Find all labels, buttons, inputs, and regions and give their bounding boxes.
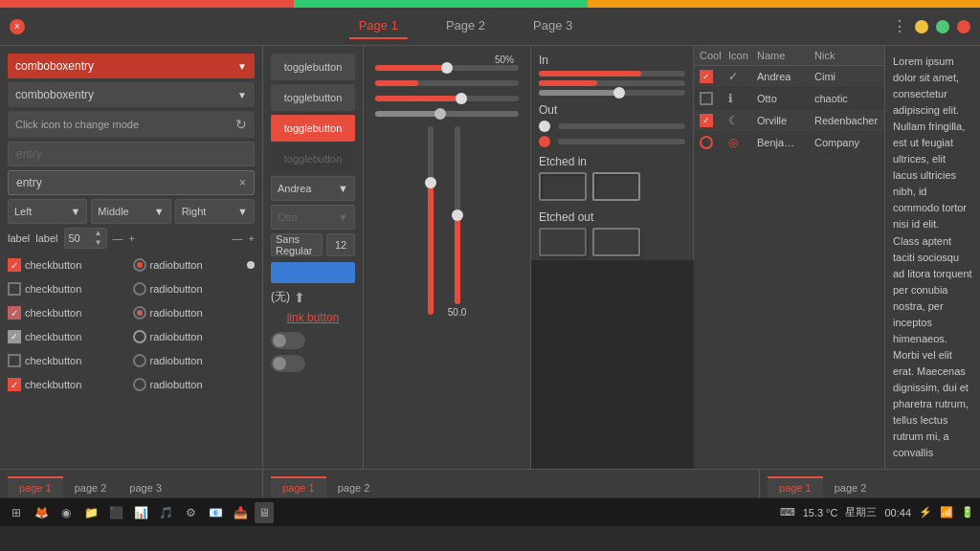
v-slider-thumb-2[interactable] <box>452 209 463 221</box>
table-area: Cool Icon Name Nick ✓ ✓ Andrea Cimi ℹ Ot… <box>694 46 885 469</box>
h-slider-4[interactable] <box>375 111 519 117</box>
table-row[interactable]: ✓ ✓ Andrea Cimi <box>694 66 884 88</box>
top-deco-bar <box>0 0 980 8</box>
radio-item-5[interactable]: radiobutton <box>133 350 256 371</box>
spin-down-icon[interactable]: ▼ <box>95 238 102 248</box>
togglebutton-4[interactable]: togglebutton <box>271 145 355 172</box>
bottom-tab-left-2[interactable]: page 2 <box>63 476 119 497</box>
taskbar-active-app[interactable]: 🖥 <box>255 502 274 523</box>
row1-name: Andrea <box>757 71 814 82</box>
bottom-tab-mid-1[interactable]: page 1 <box>271 476 326 497</box>
link-button[interactable]: link button <box>271 311 355 324</box>
v-slider-2[interactable]: 50.0 <box>448 126 466 318</box>
radio-item-4[interactable]: radiobutton <box>133 326 256 347</box>
dot-green-icon[interactable] <box>936 20 949 33</box>
close-button[interactable]: × <box>10 19 25 34</box>
h-slider-2[interactable] <box>375 80 519 86</box>
in-h-slider-2[interactable] <box>539 80 685 86</box>
check-item-6[interactable]: ✓ checkbutton <box>8 374 130 395</box>
in-slider-track-2 <box>539 80 685 86</box>
h-slider-thumb-4[interactable] <box>434 108 446 120</box>
h-slider-1[interactable]: 50% <box>375 55 519 71</box>
v-slider-thumb-1[interactable] <box>425 177 436 188</box>
combo-otto-value: Otto <box>278 211 298 223</box>
combo-andrea[interactable]: Andrea ▼ <box>271 176 355 201</box>
bottom-tab-left-3[interactable]: page 3 <box>118 476 173 497</box>
combo-otto[interactable]: Otto ▼ <box>271 205 355 230</box>
sliders-panel: 50% <box>364 46 531 469</box>
radio-item-2[interactable]: radiobutton <box>133 278 256 299</box>
in-h-slider-3[interactable] <box>539 90 685 96</box>
font-name-box[interactable]: Sans Regular <box>271 233 323 256</box>
h-slider-3[interactable] <box>375 96 519 101</box>
toggle-switch-1[interactable] <box>271 332 305 349</box>
taskbar-terminal-icon[interactable]: ⬛ <box>105 502 126 523</box>
combobox-entry-2[interactable]: comboboxentry ▼ <box>8 82 255 107</box>
spinbox[interactable]: 50 ▲ ▼ <box>64 228 107 249</box>
check-item-4[interactable]: ✓ checkbutton <box>8 326 130 347</box>
font-size-box[interactable]: 12 <box>326 233 355 256</box>
bottom-tabs-right: page 1 page 2 <box>760 469 980 497</box>
spin-up-icon[interactable]: ▲ <box>95 229 102 238</box>
checkbox-6-icon: ✓ <box>8 378 21 391</box>
radio-item-1[interactable]: radiobutton <box>133 254 256 276</box>
col-left[interactable]: Left ▼ <box>8 199 87 224</box>
clear-icon[interactable]: × <box>239 176 246 189</box>
taskbar-files-icon[interactable]: 📁 <box>80 502 101 523</box>
color-rect[interactable] <box>271 262 355 283</box>
entry-plain[interactable]: entry <box>8 142 255 166</box>
in-slider-thumb-3[interactable] <box>613 87 625 99</box>
h-slider-thumb-1[interactable] <box>441 62 453 74</box>
row3-nick: Redenbacher <box>814 115 872 126</box>
in-slider-fill-2 <box>539 80 597 86</box>
check-item-2[interactable]: checkbutton <box>8 278 130 299</box>
tab-page1[interactable]: Page 1 <box>349 13 408 39</box>
entry-with-clear[interactable]: entry × <box>8 170 255 195</box>
in-h-slider-1[interactable] <box>539 71 685 77</box>
wu-text: (无) <box>271 289 290 305</box>
out-h-slider-2[interactable] <box>539 136 685 147</box>
bottom-tab-left-1[interactable]: page 1 <box>8 476 63 497</box>
etched-out-box-2 <box>592 228 640 256</box>
upload-icon[interactable]: ⬆ <box>294 290 305 305</box>
taskbar-email-icon[interactable]: 📧 <box>205 502 226 523</box>
taskbar-grid-icon[interactable]: ⊞ <box>6 502 27 523</box>
dot-red-icon[interactable] <box>957 20 970 33</box>
taskbar-inbox-icon[interactable]: 📥 <box>230 502 251 523</box>
togglebutton-2[interactable]: togglebutton <box>271 84 355 111</box>
v-slider-1[interactable] <box>428 126 434 318</box>
combobox-entry-1[interactable]: comboboxentry ▼ <box>8 54 255 78</box>
taskbar-music-icon[interactable]: 🎵 <box>155 502 176 523</box>
taskbar-gear-icon[interactable]: ⚙ <box>180 502 201 523</box>
table-row[interactable]: ◎ Benja… Company <box>694 132 884 154</box>
bottom-tab-right-1[interactable]: page 1 <box>768 476 823 497</box>
radio-item-6[interactable]: radiobutton <box>133 374 256 395</box>
check-item-5[interactable]: checkbutton <box>8 350 130 371</box>
row3-cool-checkbox: ✓ <box>700 114 713 127</box>
refresh-icon[interactable]: ↻ <box>235 117 247 132</box>
col-middle[interactable]: Middle ▼ <box>91 199 170 224</box>
bottom-tab-right-2[interactable]: page 2 <box>823 476 879 497</box>
tab-page2[interactable]: Page 2 <box>436 13 495 39</box>
toggle-switch-2[interactable] <box>271 355 305 372</box>
h-slider-thumb-3[interactable] <box>456 93 467 104</box>
tab-page3[interactable]: Page 3 <box>523 13 582 39</box>
spin-plus[interactable]: + <box>129 232 135 244</box>
col-right[interactable]: Right ▼ <box>175 199 255 224</box>
taskbar-calc-icon[interactable]: 📊 <box>130 502 151 523</box>
togglebutton-1[interactable]: togglebutton <box>271 54 355 80</box>
dot-yellow-icon[interactable] <box>915 20 928 33</box>
table-row[interactable]: ✓ ☾ Orville Redenbacher <box>694 110 884 132</box>
out-h-slider-1[interactable] <box>539 121 685 132</box>
taskbar-time: 00:44 <box>884 507 911 518</box>
check-item-3[interactable]: ✓ checkbutton <box>8 302 130 323</box>
radio-item-3[interactable]: radiobutton <box>133 302 256 323</box>
menu-dots-icon[interactable]: ⋮ <box>892 17 907 35</box>
check-item-1[interactable]: ✓ checkbutton <box>8 254 130 276</box>
table-row[interactable]: ℹ Otto chaotic <box>694 88 884 110</box>
bottom-tab-mid-2[interactable]: page 2 <box>326 476 382 497</box>
togglebutton-3[interactable]: togglebutton <box>271 115 355 142</box>
middle-panel: togglebutton togglebutton togglebutton t… <box>263 46 364 469</box>
taskbar-firefox-icon[interactable]: 🦊 <box>31 502 52 523</box>
taskbar-chrome-icon[interactable]: ◉ <box>56 502 77 523</box>
